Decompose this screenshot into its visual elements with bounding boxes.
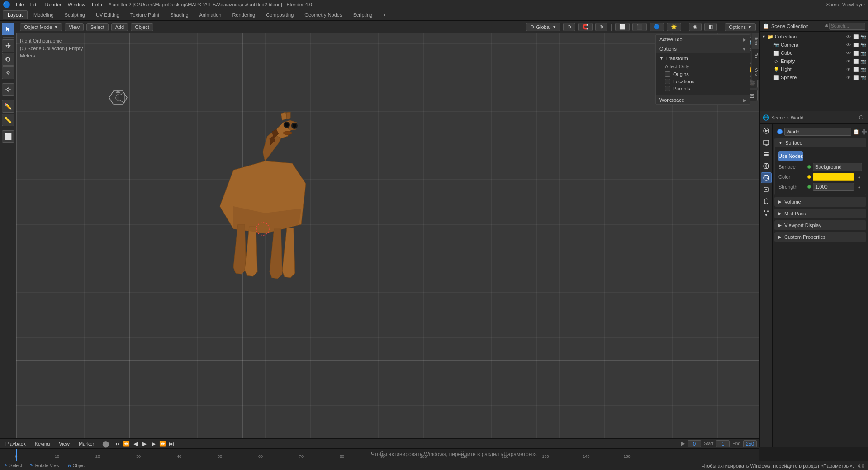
menu-edit[interactable]: Edit	[28, 1, 42, 8]
prop-tab-output[interactable]	[761, 137, 772, 148]
rendered-btn[interactable]: 🌟	[667, 23, 681, 31]
prop-tab-particles[interactable]	[761, 208, 772, 218]
options-btn[interactable]: Options ▼	[725, 23, 756, 31]
menu-render[interactable]: Render	[43, 1, 64, 8]
prop-tab-scene[interactable]	[761, 161, 772, 171]
prev-frame-btn[interactable]: ⏪	[122, 440, 130, 448]
transform-orientation-btn[interactable]: ⊕ Global ▼	[526, 23, 560, 31]
volume-section-header[interactable]: ▶ Volume	[775, 197, 866, 206]
parents-checkbox[interactable]	[665, 86, 670, 91]
go-to-end-btn[interactable]: ⏭	[167, 440, 175, 448]
tab-geometry-nodes[interactable]: Geometry Nodes	[299, 10, 347, 19]
world-new-btn[interactable]: ➕	[861, 128, 868, 136]
custom-props-header[interactable]: ▶ Custom Properties	[775, 233, 866, 242]
camera-eye-btn[interactable]: 👁	[845, 42, 852, 48]
sphere-render-btn[interactable]: 📷	[860, 74, 866, 81]
active-tool-section-header[interactable]: Active Tool ▶	[656, 35, 750, 44]
solid-btn[interactable]: ⬛	[632, 23, 647, 31]
origins-checkbox[interactable]	[665, 71, 670, 77]
prop-tab-object[interactable]	[761, 184, 772, 195]
cube-eye-btn[interactable]: 👁	[845, 50, 852, 56]
cube-render-btn[interactable]: 📷	[860, 50, 866, 56]
use-nodes-btn[interactable]: Use Nodes	[778, 151, 803, 161]
object-mode-btn[interactable]: Object Mode ▼	[20, 23, 62, 31]
prop-tab-modifier[interactable]	[761, 196, 772, 207]
timeline-ruler[interactable]: 0 10 20 30 40 50 60 70 80 90 100 110 120…	[0, 449, 759, 461]
mist-pass-section-header[interactable]: ▶ Mist Pass	[775, 209, 866, 218]
menu-window[interactable]: Window	[65, 1, 88, 8]
locations-row[interactable]: Locations	[659, 78, 746, 85]
color-expand-btn[interactable]: ◂	[856, 174, 862, 180]
color-swatch[interactable]	[813, 173, 854, 181]
n-tab-tool[interactable]: Tool	[752, 49, 759, 65]
parents-row[interactable]: Parents	[659, 85, 746, 94]
prop-tab-view-layer[interactable]	[761, 149, 772, 160]
horse-object[interactable]	[175, 80, 346, 333]
keying-menu[interactable]: Keying	[32, 440, 53, 447]
overlay-btn[interactable]: ◉	[689, 23, 702, 31]
tab-modeling[interactable]: Modeling	[28, 10, 59, 19]
rotate-tool-btn[interactable]	[2, 53, 14, 66]
n-tab-item[interactable]: Item	[752, 33, 759, 49]
end-frame-display[interactable]: 250	[743, 440, 757, 447]
surface-section-header[interactable]: ▼ Surface	[775, 138, 866, 147]
viewport-view-btn[interactable]: View	[65, 23, 84, 31]
empty-render-btn[interactable]: 📷	[860, 58, 866, 64]
strength-expand-btn[interactable]: ◂	[856, 184, 862, 190]
tab-animation[interactable]: Animation	[194, 10, 227, 19]
marker-menu[interactable]: Marker	[76, 440, 97, 447]
wireframe-btn[interactable]: ⬜	[615, 23, 630, 31]
strength-value[interactable]: 1.000	[813, 183, 854, 191]
pivot-btn[interactable]: ⊙	[563, 23, 575, 31]
light-screen-btn[interactable]: ⬜	[853, 66, 859, 72]
playback-menu[interactable]: Playback	[3, 440, 28, 447]
sphere-eye-btn[interactable]: 👁	[845, 74, 852, 81]
viewport-select-btn[interactable]: Select	[86, 23, 109, 31]
start-frame-display[interactable]: 1	[716, 440, 730, 447]
workspace-section-header[interactable]: Workspace ▶	[656, 95, 750, 104]
viewport-add-btn[interactable]: Add	[111, 23, 128, 31]
tab-scripting[interactable]: Scripting	[348, 10, 377, 19]
prop-tab-render[interactable]	[761, 125, 772, 136]
next-keyframe-btn[interactable]: ▶	[149, 440, 157, 448]
blender-icon[interactable]: 🔵	[3, 1, 10, 8]
properties-expand-btn[interactable]: ⬡	[857, 114, 865, 122]
options-section-header[interactable]: Options ▼	[656, 44, 750, 53]
tab-sculpting[interactable]: Sculpting	[60, 10, 90, 19]
camera-screen-btn[interactable]: ⬜	[853, 42, 859, 48]
add-cube-btn[interactable]: ⬜	[2, 130, 14, 143]
xray-btn[interactable]: ◧	[704, 23, 717, 31]
tree-item-light[interactable]: ▶ 💡 Light 👁 ⬜ 📷	[760, 65, 868, 73]
empty-eye-btn[interactable]: 👁	[845, 58, 852, 64]
light-render-btn[interactable]: 📷	[860, 66, 866, 72]
collection-screen-btn[interactable]: ⬜	[853, 33, 859, 40]
play-btn[interactable]: ▶	[140, 440, 148, 448]
tab-layout[interactable]: Layout	[3, 10, 28, 19]
tree-item-camera[interactable]: ▶ 📷 Camera 👁 ⬜ 📷	[760, 41, 868, 49]
tree-item-collection[interactable]: ▼ 📁 Collection 👁 ⬜ 📷	[760, 33, 868, 41]
tree-item-cube[interactable]: ▶ ⬜ Cube 👁 ⬜ 📷	[760, 49, 868, 57]
move-tool-btn[interactable]	[2, 39, 14, 52]
tab-uv-editing[interactable]: UV Editing	[91, 10, 124, 19]
tree-item-sphere[interactable]: ▶ ⬜ Sphere 👁 ⬜ 📷	[760, 73, 868, 81]
world-name-input[interactable]	[784, 128, 851, 136]
tab-compositing[interactable]: Compositing	[261, 10, 299, 19]
empty-screen-btn[interactable]: ⬜	[853, 58, 859, 64]
scale-tool-btn[interactable]	[2, 66, 14, 79]
light-eye-btn[interactable]: 👁	[845, 66, 852, 72]
proportional-editing-btn[interactable]: ⊚	[595, 23, 607, 31]
measure-tool-btn[interactable]: 📏	[2, 114, 14, 126]
menu-file[interactable]: File	[13, 1, 27, 8]
properties-breadcrumb-scene[interactable]: Scene	[771, 115, 785, 120]
snap-btn[interactable]: 🧲	[578, 23, 593, 31]
world-browse-btn[interactable]: 📋	[853, 128, 859, 136]
collection-eye-btn[interactable]: 👁	[845, 33, 852, 40]
annotate-tool-btn[interactable]: ✏️	[2, 100, 14, 113]
next-frame-btn[interactable]: ⏩	[158, 440, 166, 448]
camera-object[interactable]	[104, 86, 132, 110]
origins-row[interactable]: Origins	[659, 71, 746, 78]
collection-render-btn[interactable]: 📷	[860, 33, 866, 40]
surface-shader-value[interactable]: Background	[813, 163, 862, 171]
tree-item-empty[interactable]: ▶ ◇ Empty 👁 ⬜ 📷	[760, 57, 868, 65]
sphere-screen-btn[interactable]: ⬜	[853, 74, 859, 81]
